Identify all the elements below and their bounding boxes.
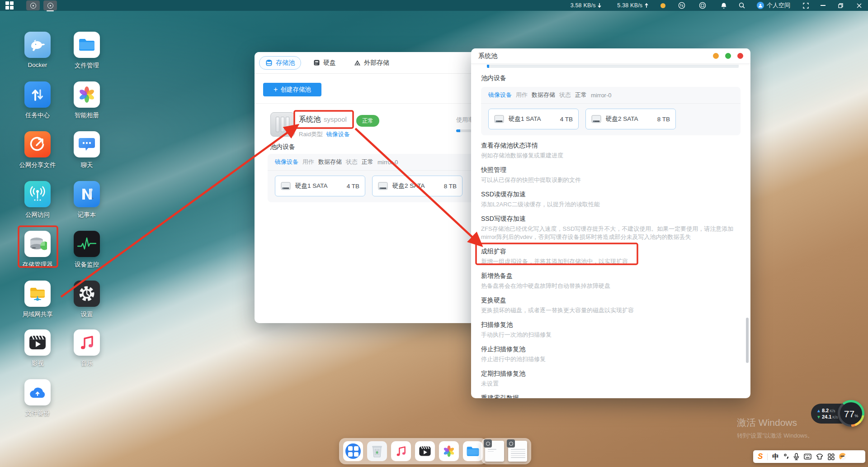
vdev-type-link[interactable]: 镜像设备 bbox=[275, 158, 298, 166]
disk-card-2[interactable]: 硬盘2 SATA 8 TB bbox=[372, 176, 462, 196]
window-thumbnail-1[interactable] bbox=[485, 441, 504, 462]
dock-music[interactable] bbox=[391, 441, 411, 461]
tab-label: 存储池 bbox=[276, 59, 295, 67]
tab-storage-pool[interactable]: 存储池 bbox=[259, 56, 301, 70]
desktop-icon-label: 存储管理器 bbox=[22, 261, 53, 269]
desktop-icon-task-center[interactable]: 任务中心 bbox=[10, 81, 65, 119]
action-replace-disk[interactable]: 更换硬盘更换损坏的磁盘，或者逐一替换更大容量的磁盘以实现扩容 bbox=[481, 296, 741, 315]
disk-card-2[interactable]: 硬盘2 SATA 8 TB bbox=[585, 109, 676, 129]
screencast-icon[interactable] bbox=[699, 2, 706, 9]
user-avatar[interactable] bbox=[757, 2, 764, 9]
gauge-percent: 77 bbox=[844, 409, 854, 419]
action-add-hot-spare[interactable]: 新增热备盘热备盘将会在池中硬盘故障时自动替换掉故障硬盘 bbox=[481, 272, 741, 290]
external-drive-icon bbox=[354, 60, 361, 66]
dock-app-launcher[interactable] bbox=[343, 441, 363, 461]
dock-trash[interactable] bbox=[367, 441, 387, 461]
action-view-pool-status[interactable]: 查看存储池状态详情例如存储池数据修复或重建进度 bbox=[481, 142, 741, 160]
pool-name-row[interactable]: 系统池 syspool bbox=[299, 115, 347, 124]
desktop-icon-movies[interactable]: 影视 bbox=[10, 329, 65, 367]
close-button[interactable] bbox=[857, 3, 862, 8]
taskbar-app-button-active[interactable] bbox=[43, 0, 57, 10]
create-pool-button[interactable]: + 创建存储池 bbox=[263, 83, 321, 96]
tab-disks[interactable]: 硬盘 bbox=[307, 57, 342, 69]
maximize-light[interactable] bbox=[725, 53, 731, 59]
voice-mic-icon[interactable] bbox=[793, 453, 799, 460]
restore-button[interactable] bbox=[838, 3, 843, 8]
desktop-icon-label: 音乐 bbox=[81, 359, 93, 367]
ime-emoji-icon[interactable] bbox=[839, 453, 846, 460]
performance-gauge[interactable]: 77 % bbox=[838, 400, 864, 427]
action-stop-scrub[interactable]: 停止扫描修复池停止进行中的池扫描修复 bbox=[481, 345, 741, 363]
taskbar-app-button[interactable] bbox=[26, 0, 40, 10]
desktop-icon-docker[interactable]: Docker bbox=[10, 32, 65, 68]
close-light[interactable] bbox=[737, 53, 743, 59]
sync-icon[interactable] bbox=[678, 2, 685, 9]
desktop-icon-settings[interactable]: 设置 bbox=[60, 281, 114, 319]
minimize-light[interactable] bbox=[713, 53, 719, 59]
ime-logo[interactable]: S bbox=[758, 452, 763, 461]
punctuation-icon[interactable] bbox=[783, 453, 789, 460]
dialog-devices-panel: 镜像设备 用作 数据存储 状态 正常 mirror-0 硬盘1 SATA 4 T… bbox=[481, 87, 741, 135]
keyboard-icon[interactable] bbox=[804, 453, 811, 460]
dock-file-manager[interactable] bbox=[463, 441, 483, 461]
disk-card-1[interactable]: 硬盘1 SATA 4 TB bbox=[275, 176, 365, 196]
dialog-devices-section-title: 池内设备 bbox=[481, 74, 741, 82]
action-snapshot-manage[interactable]: 快照管理可以从已保存的快照中提取误删的文件 bbox=[481, 166, 741, 184]
disk-name: 硬盘2 SATA bbox=[392, 182, 425, 190]
download-arrow-icon: ▼ bbox=[816, 415, 821, 419]
disk-name: 硬盘1 SATA bbox=[509, 115, 541, 123]
action-scheduled-scrub[interactable]: 定期扫描修复池未设置 bbox=[481, 370, 741, 388]
user-space-label[interactable]: 个人空间 bbox=[767, 1, 790, 10]
action-scrub-pool[interactable]: 扫描修复池手动执行一次池的扫描修复 bbox=[481, 321, 741, 339]
desktop-icon-label: 文件管理 bbox=[75, 62, 99, 70]
desktop-icon-label: 局域网共享 bbox=[22, 310, 53, 319]
notifications-bell-icon[interactable] bbox=[721, 2, 727, 9]
pool-detail-dialog: 系统池 池内设备 镜像设备 用作 数据存储 状态 正常 mirror-0 硬盘1… bbox=[471, 48, 750, 398]
action-ssd-read-cache[interactable]: SSD读缓存加速添加L2ARC二级读缓存，以提升池的读取性能 bbox=[481, 191, 741, 209]
tab-label: 外部存储 bbox=[364, 59, 389, 67]
desktop-icon-smart-album[interactable]: 智能相册 bbox=[60, 81, 114, 119]
window-thumbnail-2[interactable] bbox=[508, 441, 527, 462]
folder-icon bbox=[466, 446, 480, 457]
action-ssd-write-cache[interactable]: SSD写缓存加速ZFS存储池已经优化写入速度，SSD写缓存提升不大，不建议使用。… bbox=[481, 215, 741, 241]
start-menu-icon[interactable] bbox=[5, 1, 14, 10]
pool-name: 系统池 bbox=[299, 115, 321, 124]
desktop-icon-file-manager[interactable]: 文件管理 bbox=[60, 32, 114, 70]
storage-drive-pie-icon bbox=[24, 231, 51, 257]
desktop-icon-music[interactable]: 音乐 bbox=[60, 329, 114, 367]
toolbox-grid-icon[interactable] bbox=[828, 453, 835, 460]
desktop-icon-device-monitor[interactable]: 设备监控 bbox=[60, 231, 114, 269]
photos-flower-icon bbox=[443, 445, 455, 457]
vdev-type-link[interactable]: 镜像设备 bbox=[488, 91, 512, 99]
desktop-icon-public-share[interactable]: 公网分享文件 bbox=[10, 131, 65, 169]
action-rebuild-index[interactable]: 重建索引数据 bbox=[481, 394, 741, 398]
action-group-expand[interactable]: 成组扩容新增一组虚拟设备，并将其添加到存储池中，以实现扩容 bbox=[481, 248, 741, 266]
search-icon[interactable] bbox=[739, 2, 745, 9]
ecg-monitor-icon bbox=[74, 231, 100, 257]
desktop-icon-label: 设备监控 bbox=[75, 261, 99, 269]
desktop-icon-label: 聊天 bbox=[81, 161, 93, 169]
tab-external-storage[interactable]: 外部存储 bbox=[348, 57, 395, 69]
fullscreen-icon[interactable] bbox=[803, 3, 809, 9]
divider bbox=[767, 453, 768, 460]
dock-movies[interactable] bbox=[415, 441, 435, 461]
create-pool-label: 创建存储池 bbox=[280, 86, 311, 94]
status-dot-icon[interactable] bbox=[660, 3, 665, 8]
vdev-header-row: 镜像设备 用作 数据存储 状态 正常 mirror-0 bbox=[268, 154, 478, 171]
desktop-icon-label: 设置 bbox=[81, 310, 93, 319]
desktop-icon-chat[interactable]: 聊天 bbox=[60, 131, 114, 169]
minimize-button[interactable] bbox=[821, 5, 826, 6]
raid-type-link[interactable]: 镜像设备 bbox=[326, 130, 350, 138]
ime-language-toggle[interactable]: 中 bbox=[772, 453, 779, 461]
desktop-icon-file-backup[interactable]: 文件备份 bbox=[10, 379, 65, 417]
desktop-icon-lan-share[interactable]: 局域网共享 bbox=[10, 281, 65, 319]
dock-photos[interactable] bbox=[439, 441, 459, 461]
desktop-icon-storage-manager[interactable]: 存储管理器 bbox=[10, 231, 65, 269]
skin-shirt-icon[interactable] bbox=[816, 453, 823, 460]
network-download-speed: 3.58 KB/s bbox=[571, 2, 602, 9]
disk-card-1[interactable]: 硬盘1 SATA 4 TB bbox=[488, 109, 579, 129]
desktop-icon-notes[interactable]: 记事本 bbox=[60, 181, 114, 219]
raid-type-label: Raid类型 bbox=[299, 130, 323, 138]
dialog-scrollbar-thumb[interactable] bbox=[746, 318, 749, 363]
desktop-icon-public-access[interactable]: 公网访问 bbox=[10, 181, 65, 219]
